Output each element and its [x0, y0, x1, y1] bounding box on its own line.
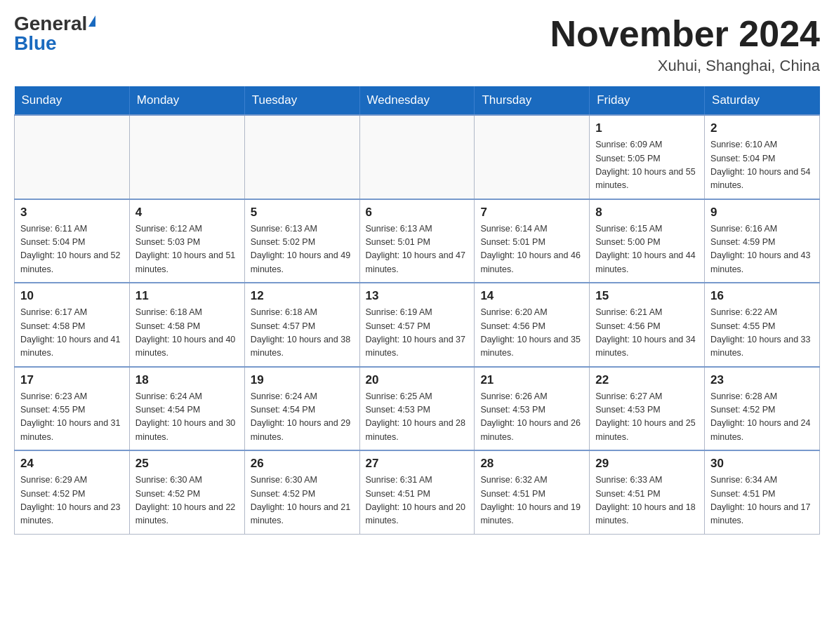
day-number: 27	[366, 457, 469, 471]
day-number: 8	[595, 206, 699, 220]
day-number: 14	[480, 289, 583, 303]
day-number: 9	[710, 206, 814, 220]
calendar-cell	[475, 115, 590, 199]
calendar-cell: 25Sunrise: 6:30 AMSunset: 4:52 PMDayligh…	[129, 450, 244, 534]
header-day-tuesday: Tuesday	[244, 86, 359, 115]
calendar-subtitle: Xuhui, Shanghai, China	[550, 57, 820, 75]
day-info: Sunrise: 6:24 AMSunset: 4:54 PMDaylight:…	[251, 390, 354, 445]
day-number: 11	[135, 289, 239, 303]
week-row-1: 3Sunrise: 6:11 AMSunset: 5:04 PMDaylight…	[15, 199, 820, 283]
day-number: 25	[135, 457, 239, 471]
calendar-cell: 15Sunrise: 6:21 AMSunset: 4:56 PMDayligh…	[590, 283, 705, 367]
day-number: 15	[595, 289, 699, 303]
week-row-3: 17Sunrise: 6:23 AMSunset: 4:55 PMDayligh…	[15, 367, 820, 451]
header-day-friday: Friday	[590, 86, 705, 115]
day-info: Sunrise: 6:25 AMSunset: 4:53 PMDaylight:…	[366, 390, 469, 445]
day-number: 19	[251, 373, 354, 387]
day-info: Sunrise: 6:21 AMSunset: 4:56 PMDaylight:…	[595, 306, 699, 361]
calendar-table: SundayMondayTuesdayWednesdayThursdayFrid…	[14, 86, 820, 535]
day-info: Sunrise: 6:13 AMSunset: 5:01 PMDaylight:…	[366, 222, 469, 277]
logo-blue-text: Blue	[14, 34, 57, 53]
calendar-cell	[129, 115, 244, 199]
day-number: 21	[480, 373, 583, 387]
header-day-saturday: Saturday	[705, 86, 820, 115]
day-info: Sunrise: 6:16 AMSunset: 4:59 PMDaylight:…	[710, 222, 814, 277]
header-day-wednesday: Wednesday	[359, 86, 475, 115]
calendar-body: 1Sunrise: 6:09 AMSunset: 5:05 PMDaylight…	[15, 115, 820, 534]
calendar-cell: 20Sunrise: 6:25 AMSunset: 4:53 PMDayligh…	[359, 367, 475, 451]
title-area: November 2024 Xuhui, Shanghai, China	[550, 14, 820, 75]
calendar-cell: 5Sunrise: 6:13 AMSunset: 5:02 PMDaylight…	[244, 199, 359, 283]
calendar-cell: 11Sunrise: 6:18 AMSunset: 4:58 PMDayligh…	[129, 283, 244, 367]
calendar-cell: 1Sunrise: 6:09 AMSunset: 5:05 PMDaylight…	[590, 115, 705, 199]
week-row-4: 24Sunrise: 6:29 AMSunset: 4:52 PMDayligh…	[15, 450, 820, 534]
day-number: 26	[251, 457, 354, 471]
day-info: Sunrise: 6:31 AMSunset: 4:51 PMDaylight:…	[366, 474, 469, 528]
header-day-thursday: Thursday	[475, 86, 590, 115]
day-number: 4	[135, 206, 239, 220]
day-info: Sunrise: 6:27 AMSunset: 4:53 PMDaylight:…	[595, 390, 699, 445]
day-info: Sunrise: 6:30 AMSunset: 4:52 PMDaylight:…	[251, 474, 354, 528]
day-number: 10	[20, 289, 124, 303]
calendar-cell: 16Sunrise: 6:22 AMSunset: 4:55 PMDayligh…	[705, 283, 820, 367]
day-info: Sunrise: 6:19 AMSunset: 4:57 PMDaylight:…	[366, 306, 469, 361]
day-info: Sunrise: 6:30 AMSunset: 4:52 PMDaylight:…	[135, 474, 239, 528]
day-info: Sunrise: 6:17 AMSunset: 4:58 PMDaylight:…	[20, 306, 124, 361]
day-info: Sunrise: 6:24 AMSunset: 4:54 PMDaylight:…	[135, 390, 239, 445]
day-info: Sunrise: 6:10 AMSunset: 5:04 PMDaylight:…	[710, 138, 814, 193]
day-number: 18	[135, 373, 239, 387]
calendar-cell: 18Sunrise: 6:24 AMSunset: 4:54 PMDayligh…	[129, 367, 244, 451]
day-number: 5	[251, 206, 354, 220]
day-info: Sunrise: 6:29 AMSunset: 4:52 PMDaylight:…	[20, 474, 124, 528]
day-info: Sunrise: 6:14 AMSunset: 5:01 PMDaylight:…	[480, 222, 583, 277]
day-info: Sunrise: 6:34 AMSunset: 4:51 PMDaylight:…	[710, 474, 814, 528]
week-row-0: 1Sunrise: 6:09 AMSunset: 5:05 PMDaylight…	[15, 115, 820, 199]
calendar-title: November 2024	[550, 14, 820, 54]
day-info: Sunrise: 6:18 AMSunset: 4:57 PMDaylight:…	[251, 306, 354, 361]
day-info: Sunrise: 6:18 AMSunset: 4:58 PMDaylight:…	[135, 306, 239, 361]
day-number: 1	[595, 121, 699, 135]
calendar-cell: 27Sunrise: 6:31 AMSunset: 4:51 PMDayligh…	[359, 450, 475, 534]
day-info: Sunrise: 6:20 AMSunset: 4:56 PMDaylight:…	[480, 306, 583, 361]
calendar-cell: 4Sunrise: 6:12 AMSunset: 5:03 PMDaylight…	[129, 199, 244, 283]
calendar-cell: 7Sunrise: 6:14 AMSunset: 5:01 PMDaylight…	[475, 199, 590, 283]
day-info: Sunrise: 6:23 AMSunset: 4:55 PMDaylight:…	[20, 390, 124, 445]
day-number: 12	[251, 289, 354, 303]
day-info: Sunrise: 6:09 AMSunset: 5:05 PMDaylight:…	[595, 138, 699, 193]
calendar-cell: 12Sunrise: 6:18 AMSunset: 4:57 PMDayligh…	[244, 283, 359, 367]
header-row: SundayMondayTuesdayWednesdayThursdayFrid…	[15, 86, 820, 115]
calendar-cell: 6Sunrise: 6:13 AMSunset: 5:01 PMDaylight…	[359, 199, 475, 283]
day-number: 24	[20, 457, 124, 471]
calendar-cell: 19Sunrise: 6:24 AMSunset: 4:54 PMDayligh…	[244, 367, 359, 451]
calendar-cell: 2Sunrise: 6:10 AMSunset: 5:04 PMDaylight…	[705, 115, 820, 199]
header-day-monday: Monday	[129, 86, 244, 115]
calendar-cell: 22Sunrise: 6:27 AMSunset: 4:53 PMDayligh…	[590, 367, 705, 451]
day-number: 20	[366, 373, 469, 387]
day-info: Sunrise: 6:28 AMSunset: 4:52 PMDaylight:…	[710, 390, 814, 445]
calendar-cell: 24Sunrise: 6:29 AMSunset: 4:52 PMDayligh…	[15, 450, 130, 534]
day-number: 17	[20, 373, 124, 387]
day-info: Sunrise: 6:26 AMSunset: 4:53 PMDaylight:…	[480, 390, 583, 445]
calendar-cell: 14Sunrise: 6:20 AMSunset: 4:56 PMDayligh…	[475, 283, 590, 367]
day-info: Sunrise: 6:11 AMSunset: 5:04 PMDaylight:…	[20, 222, 124, 277]
logo: General Blue	[14, 14, 95, 53]
calendar-cell	[244, 115, 359, 199]
day-number: 2	[710, 121, 814, 135]
calendar-cell: 28Sunrise: 6:32 AMSunset: 4:51 PMDayligh…	[475, 450, 590, 534]
day-number: 29	[595, 457, 699, 471]
day-number: 3	[20, 206, 124, 220]
day-info: Sunrise: 6:22 AMSunset: 4:55 PMDaylight:…	[710, 306, 814, 361]
calendar-cell: 17Sunrise: 6:23 AMSunset: 4:55 PMDayligh…	[15, 367, 130, 451]
day-number: 30	[710, 457, 814, 471]
calendar-cell: 30Sunrise: 6:34 AMSunset: 4:51 PMDayligh…	[705, 450, 820, 534]
day-number: 22	[595, 373, 699, 387]
week-row-2: 10Sunrise: 6:17 AMSunset: 4:58 PMDayligh…	[15, 283, 820, 367]
day-info: Sunrise: 6:32 AMSunset: 4:51 PMDaylight:…	[480, 474, 583, 528]
header-day-sunday: Sunday	[15, 86, 130, 115]
day-number: 6	[366, 206, 469, 220]
day-number: 16	[710, 289, 814, 303]
calendar-cell: 29Sunrise: 6:33 AMSunset: 4:51 PMDayligh…	[590, 450, 705, 534]
calendar-header: SundayMondayTuesdayWednesdayThursdayFrid…	[15, 86, 820, 115]
calendar-cell: 9Sunrise: 6:16 AMSunset: 4:59 PMDaylight…	[705, 199, 820, 283]
day-info: Sunrise: 6:15 AMSunset: 5:00 PMDaylight:…	[595, 222, 699, 277]
